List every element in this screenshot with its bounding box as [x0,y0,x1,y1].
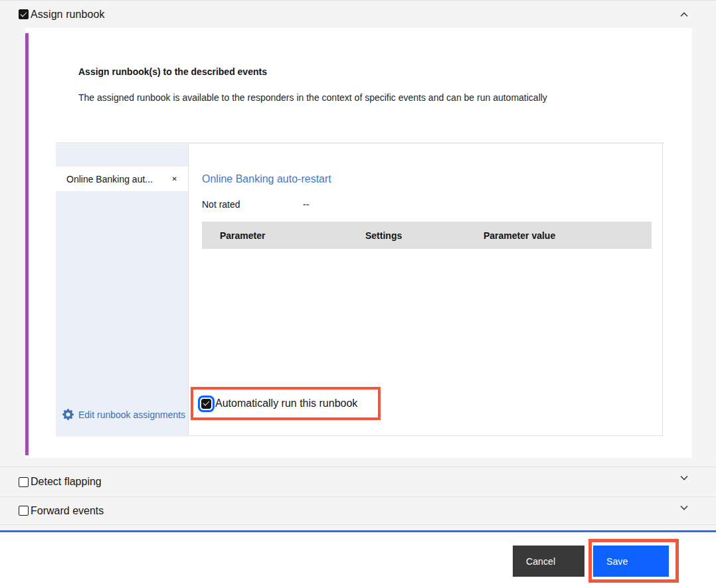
column-header-settings: Settings [365,230,402,241]
accordion-header-detect-flapping[interactable]: Detect flapping [0,467,716,496]
save-button[interactable]: Save [593,546,669,577]
auto-run-label: Automatically run this runbook [215,398,357,409]
accordion-header-assign-runbook[interactable]: Assign runbook [0,0,716,28]
accordion-header-forward-events[interactable]: Forward events [0,497,716,524]
chevron-up-icon[interactable] [679,9,689,20]
chevron-down-icon[interactable] [679,473,689,483]
runbook-tab-column: Online Banking aut... ✕ Edit runbook ass… [56,144,188,437]
footer-bar: Cancel Save [0,532,716,588]
auto-run-checkbox[interactable] [201,399,211,409]
cancel-button[interactable]: Cancel [513,546,584,577]
runbook-rating-label: Not rated [202,199,240,210]
close-icon[interactable]: ✕ [172,176,177,183]
section-description: The assigned runbook is available to the… [78,92,547,103]
runbook-tab-label: Online Banking aut... [66,174,153,184]
parameter-table-header: Parameter Settings Parameter value [202,222,652,249]
runbook-tab-online-banking[interactable]: Online Banking aut... ✕ [56,167,188,191]
detect-flapping-checkbox[interactable] [19,477,29,487]
assign-runbook-content: Assign runbook(s) to the described event… [0,28,716,458]
gear-icon [62,409,74,420]
edit-runbook-assignments-label: Edit runbook assignments [78,409,185,420]
forward-events-label: Forward events [31,505,104,517]
edit-runbook-assignments-link[interactable]: Edit runbook assignments [62,409,185,420]
runbook-assignment-widget: Online Banking aut... ✕ Edit runbook ass… [56,143,664,436]
assign-runbook-panel: Assign runbook(s) to the described event… [25,28,692,458]
section-accent-bar [25,33,29,455]
section-heading: Assign runbook(s) to the described event… [78,66,267,77]
annotation-box-auto-run: Automatically run this runbook [191,387,381,420]
runbook-detail-panel: Online Banking auto-restart Not rated --… [188,144,663,436]
column-header-parameter-value: Parameter value [484,230,555,241]
chevron-down-icon[interactable] [679,502,689,513]
assign-runbook-label: Assign runbook [31,9,105,21]
detect-flapping-label: Detect flapping [31,476,102,488]
runbook-title-link[interactable]: Online Banking auto-restart [202,173,331,185]
runbook-rating-value: -- [303,199,309,210]
row-divider [0,524,716,525]
forward-events-checkbox[interactable] [19,506,29,516]
column-header-parameter: Parameter [220,230,266,241]
assign-runbook-checkbox[interactable] [19,9,29,19]
event-policy-settings-panel: Assign runbook Assign runbook(s) to the … [0,0,716,588]
